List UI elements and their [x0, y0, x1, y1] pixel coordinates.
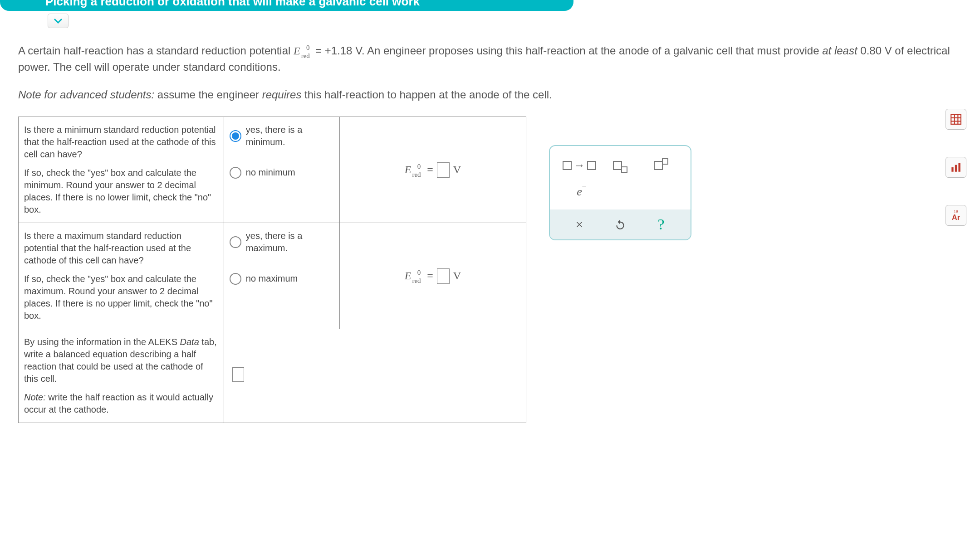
collapse-toggle[interactable]	[48, 14, 69, 28]
periodic-table-tool-icon[interactable]: 18 Ar	[946, 205, 966, 226]
note-body: assume the engineer	[154, 88, 262, 101]
palette-reset[interactable]	[607, 213, 634, 236]
side-tools: 18 Ar	[946, 109, 966, 226]
svg-rect-7	[958, 163, 960, 172]
palette-electron[interactable]: e−	[566, 180, 593, 203]
question-content: A certain half-reaction has a standard r…	[18, 43, 962, 423]
max-options-cell: yes, there is a maximum. no maximum	[224, 223, 339, 329]
palette-help[interactable]: ?	[647, 213, 675, 236]
svg-rect-6	[955, 165, 957, 172]
max-value-input[interactable]	[437, 268, 450, 284]
min-ered-symbol: Ered0	[405, 162, 423, 177]
max-q1: Is there a maximum standard reduction po…	[24, 230, 218, 267]
min-yes-radio[interactable]	[230, 130, 241, 142]
max-no-radio[interactable]	[230, 273, 241, 285]
eq-note-label: Note:	[24, 392, 46, 402]
intro-atleast: at least	[822, 44, 857, 57]
min-value-input[interactable]	[437, 162, 450, 178]
eq-answer-cell	[224, 329, 526, 423]
min-no-label: no minimum	[246, 166, 295, 179]
min-question-cell: Is there a minimum standard reduction po…	[19, 117, 224, 223]
intro-part1: A certain half-reaction has a standard r…	[18, 44, 294, 57]
intro-part2: . An engineer proposes using this half-r…	[362, 44, 822, 57]
max-q2: If so, check the "yes" box and calculate…	[24, 273, 218, 322]
equals-sign: =	[427, 268, 433, 283]
note-prefix: Note for advanced students:	[18, 88, 154, 101]
eq-question-cell: By using the information in the ALEKS Da…	[19, 329, 224, 423]
min-no-radio[interactable]	[230, 167, 241, 179]
bar-chart-tool-icon[interactable]	[946, 157, 966, 178]
ered-symbol: Ered0	[294, 43, 312, 59]
intro-text: A certain half-reaction has a standard r…	[18, 43, 962, 75]
eq-q1a: By using the information in the ALEKS	[24, 337, 180, 347]
note-requires: requires	[262, 88, 302, 101]
palette-superscript-template[interactable]	[647, 154, 675, 177]
palette-clear[interactable]: ×	[566, 213, 593, 236]
note-text: Note for advanced students: assume the e…	[18, 87, 962, 103]
page-title: Picking a reduction or oxidation that wi…	[45, 0, 420, 9]
periodic-symbol: Ar	[952, 214, 960, 221]
data-table-tool-icon[interactable]	[946, 109, 966, 130]
min-unit: V	[453, 162, 461, 177]
intro-ered-value: = +1.18 V	[315, 44, 362, 57]
max-yes-radio[interactable]	[230, 236, 241, 248]
svg-rect-5	[951, 167, 953, 172]
max-yes-label: yes, there is a maximum.	[246, 230, 334, 254]
question-table: Is there a minimum standard reduction po…	[18, 117, 526, 423]
min-yes-label: yes, there is a minimum.	[246, 124, 334, 148]
min-value-cell: Ered0 = V	[339, 117, 526, 223]
palette-arrow-template[interactable]: →	[566, 154, 593, 177]
note-rest: this half-reaction to happen at the anod…	[301, 88, 552, 101]
max-unit: V	[453, 268, 461, 283]
reaction-equation-input[interactable]	[232, 367, 244, 382]
eq-data-word: Data	[180, 337, 199, 347]
header-bar: Picking a reduction or oxidation that wi…	[0, 0, 573, 11]
max-question-cell: Is there a maximum standard reduction po…	[19, 223, 224, 329]
max-value-cell: Ered0 = V	[339, 223, 526, 329]
min-q2: If so, check the "yes" box and calculate…	[24, 167, 218, 216]
max-ered-symbol: Ered0	[405, 268, 423, 283]
eq-q2b: write the half reaction as it would actu…	[24, 392, 213, 414]
min-options-cell: yes, there is a minimum. no minimum	[224, 117, 339, 223]
equals-sign: =	[427, 162, 433, 177]
svg-rect-0	[951, 114, 961, 124]
palette-subscript-template[interactable]	[607, 154, 634, 177]
special-char-palette: → e− × ?	[549, 145, 691, 240]
min-q1: Is there a minimum standard reduction po…	[24, 124, 218, 161]
max-no-label: no maximum	[246, 273, 298, 285]
